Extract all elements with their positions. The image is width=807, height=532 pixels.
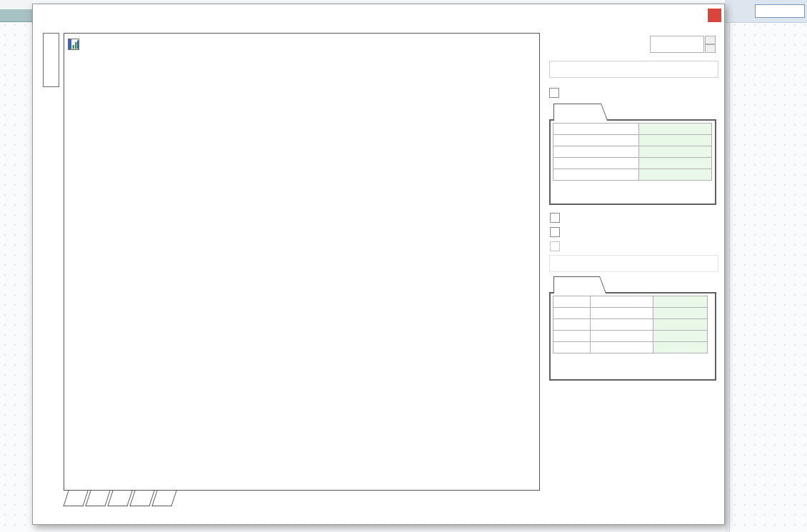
tab-min-ber[interactable] xyxy=(85,491,110,506)
tab-height[interactable] xyxy=(129,491,154,506)
spin-down-button[interactable] xyxy=(705,44,716,53)
background-panel-strip xyxy=(725,23,730,532)
pattern-value xyxy=(653,331,708,342)
analysis-row-value xyxy=(639,169,712,181)
tab-patterns[interactable] xyxy=(553,276,606,293)
chart-icon[interactable] xyxy=(68,39,79,50)
color-grade-row xyxy=(550,226,565,237)
spin-up-button[interactable] xyxy=(705,36,716,44)
analysis-row-label xyxy=(553,146,639,158)
analysis-panel xyxy=(549,119,716,205)
auto-set-button[interactable] xyxy=(549,61,718,78)
table-row xyxy=(553,319,708,331)
pattern-color-swatch xyxy=(553,319,591,331)
table-row xyxy=(553,342,708,353)
analysis-row-value xyxy=(639,146,712,158)
table-row xyxy=(553,135,712,146)
table-row xyxy=(553,296,708,308)
show-eye-diagram-checkbox[interactable] xyxy=(549,88,559,98)
tab-signal[interactable] xyxy=(43,33,59,87)
table-row xyxy=(553,308,708,319)
pattern-color-swatch xyxy=(553,296,591,308)
bits-toolbar-fragment xyxy=(725,0,807,23)
pattern-color-swatch xyxy=(553,308,591,319)
table-row xyxy=(553,331,708,342)
eye-diagram-canvas[interactable] xyxy=(87,73,508,466)
tab-threshold[interactable] xyxy=(107,491,132,506)
analysis-row-label xyxy=(553,169,639,181)
show-eye-diagram-row xyxy=(549,87,564,98)
analysis-row-label xyxy=(553,124,639,135)
patterns-checkbox xyxy=(550,241,560,251)
titlebar[interactable] xyxy=(33,4,724,26)
analysis-table xyxy=(553,123,712,181)
patterns-table xyxy=(553,296,708,353)
tab-ber-pattern[interactable] xyxy=(151,491,176,506)
pattern-value xyxy=(653,296,708,308)
invert-colors-row xyxy=(550,212,565,223)
plot-tabstrip xyxy=(66,491,176,506)
table-row xyxy=(553,169,712,181)
tab-analysis[interactable] xyxy=(553,104,608,121)
invert-colors-checkbox[interactable] xyxy=(550,213,560,223)
pattern-value xyxy=(653,342,708,353)
eye-diagram-plot xyxy=(64,33,540,491)
patterns-row xyxy=(550,241,565,251)
bits-input[interactable] xyxy=(755,4,805,18)
bitrate-cell xyxy=(0,9,33,22)
pattern-label xyxy=(591,331,653,342)
pattern-label xyxy=(591,296,653,308)
pattern-color-swatch xyxy=(553,331,591,342)
close-button[interactable] xyxy=(708,9,721,22)
analysis-row-value xyxy=(639,158,712,169)
pattern-value xyxy=(653,308,708,319)
table-row xyxy=(553,124,712,135)
patterns-panel xyxy=(549,292,716,381)
analysis-row-label xyxy=(553,135,639,146)
color-grade-checkbox[interactable] xyxy=(550,227,560,237)
pattern-label xyxy=(591,319,653,331)
analysis-row-value xyxy=(639,124,712,135)
tab-q-factor[interactable] xyxy=(63,491,88,506)
layout-toolbar-fragment xyxy=(0,0,33,9)
signal-index-input[interactable] xyxy=(650,36,704,53)
pattern-label xyxy=(591,342,653,353)
ber-analyzer-window xyxy=(32,4,725,525)
pattern-value xyxy=(653,319,708,331)
pattern-color-swatch xyxy=(553,342,591,353)
signal-index-stepper xyxy=(705,36,716,53)
table-row xyxy=(553,146,712,158)
calculate-patterns-button xyxy=(549,255,718,272)
analysis-row-value xyxy=(639,135,712,146)
analysis-row-label xyxy=(553,158,639,169)
pattern-label xyxy=(591,308,653,319)
table-row xyxy=(553,158,712,169)
